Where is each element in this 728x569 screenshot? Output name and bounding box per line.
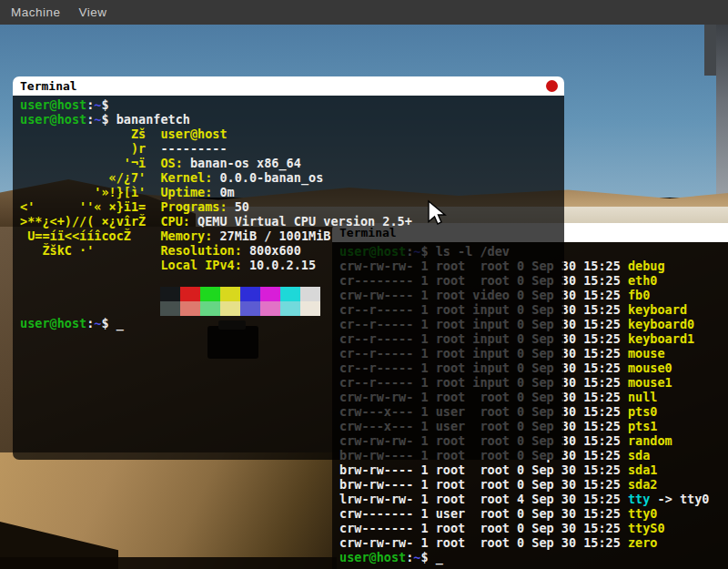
terminal-text: pts0: [628, 404, 658, 419]
terminal-line: ŽškC ·' Resolution: 800x600: [20, 243, 557, 258]
terminal-line: '»!}[ì' Uptime: 0m: [20, 185, 557, 199]
terminal-text: CPU:: [160, 214, 190, 229]
terminal-line: >**¿<+)//( ×¿vîrŽ CPU: QEMU Virtual CPU …: [20, 214, 557, 229]
terminal1-title: Terminal: [20, 79, 77, 93]
terminal-text: 0.0.0-banan_os: [212, 170, 323, 185]
terminal-text: 800x600: [242, 243, 301, 258]
terminal-text: Programs:: [160, 199, 227, 214]
terminal-text: '»!}[ì': [20, 185, 160, 199]
terminal-text: Local IPv4:: [160, 258, 241, 272]
terminal-text: keyboard1: [628, 331, 694, 346]
terminal-text: user@host: [20, 316, 86, 330]
terminal-text: OS:: [160, 156, 182, 170]
terminal-text: Uptime:: [160, 185, 212, 199]
palette-swatch: [280, 301, 300, 316]
terminal-line: U==íï<<ííîcocŽ Memory: 27MiB / 1001MiB: [20, 229, 557, 243]
menu-item-view[interactable]: View: [77, 4, 109, 21]
terminal-text: eth0: [628, 273, 658, 288]
terminal-line: Local IPv4: 10.0.2.15: [20, 258, 557, 272]
terminal-text: sda1: [628, 462, 658, 477]
close-button-icon[interactable]: [546, 80, 558, 92]
terminal-text: pts1: [628, 419, 658, 433]
terminal-text: [20, 301, 160, 316]
palette-swatch: [260, 287, 280, 301]
palette-swatch: [280, 287, 300, 301]
terminal-text: tty0: [628, 506, 658, 521]
terminal-text: mouse1: [628, 375, 672, 390]
terminal-text: )r: [20, 141, 160, 156]
terminal-text: [20, 287, 160, 301]
terminal-text: random: [628, 433, 672, 448]
terminal-text: <' ''« ×}ï1=: [20, 199, 160, 214]
terminal-text: user@host: [20, 112, 86, 127]
terminal1-titlebar[interactable]: Terminal: [13, 76, 564, 96]
mouse-cursor-icon: [427, 199, 447, 226]
terminal-text: «/¿7': [20, 170, 160, 185]
palette-swatch: [240, 287, 260, 301]
terminal-line: user@host:~$ _: [20, 316, 557, 330]
terminal1-content[interactable]: user@host:~$user@host:~$ bananfetch Zš u…: [13, 96, 564, 460]
terminal-text: Resolution:: [160, 243, 241, 258]
terminal-text: 27MiB / 1001MiB: [212, 229, 330, 243]
terminal-line: brw-rw---- 1 root root 0 Sep 30 15:25 sd…: [339, 462, 728, 477]
terminal-line: lrw-rw-rw- 1 root root 4 Sep 30 15:25 tt…: [339, 492, 728, 506]
terminal-text: banan-os x86_64: [183, 156, 301, 170]
terminal-text: U==íï<<ííîcocŽ: [20, 229, 160, 243]
terminal-text: ---------: [160, 141, 227, 156]
terminal-window-1[interactable]: Terminal user@host:~$user@host:~$ bananf…: [13, 76, 564, 460]
palette-swatch: [180, 287, 200, 301]
terminal-line: crw-rw-rw- 1 root root 0 Sep 30 15:25 ze…: [339, 535, 728, 550]
palette-swatch: [260, 301, 280, 316]
terminal-line: crw------- 1 root root 0 Sep 30 15:25 tt…: [339, 521, 728, 535]
wallpaper-edge-strip: [716, 25, 728, 196]
terminal-line: user@host:~$: [20, 97, 557, 112]
terminal-line: Zš user@host: [20, 127, 557, 141]
terminal-line: )r ---------: [20, 141, 557, 156]
terminal-text: _: [436, 550, 443, 564]
terminal-line: [20, 301, 557, 316]
terminal-text: '¬ï: [20, 156, 160, 170]
terminal-line: crw------- 1 user root 0 Sep 30 15:25 tt…: [339, 506, 728, 521]
terminal-text: >**¿<+)//( ×¿vîrŽ: [20, 214, 160, 229]
terminal-text: $: [101, 97, 108, 112]
terminal-text: 50: [228, 199, 249, 214]
terminal-text: mouse: [628, 346, 665, 361]
terminal-text: crw-rw-rw- 1 root root 0 Sep 30 15:25: [339, 535, 628, 550]
terminal-text: crw------- 1 user root 0 Sep 30 15:25: [339, 506, 628, 521]
terminal-text: sda2: [628, 477, 658, 492]
terminal-text: Zš user@host: [20, 127, 228, 141]
palette-swatch: [220, 301, 240, 316]
terminal-text: brw-rw---- 1 root root 0 Sep 30 15:25: [339, 477, 628, 492]
terminal-text: null: [628, 390, 658, 404]
terminal-line: brw-rw---- 1 root root 0 Sep 30 15:25 sd…: [339, 477, 728, 492]
terminal-line: «/¿7' Kernel: 0.0.0-banan_os: [20, 170, 557, 185]
terminal-text: sda: [628, 448, 650, 462]
menu-item-machine[interactable]: Machine: [9, 4, 63, 21]
terminal-text: -> tty0: [650, 492, 709, 506]
terminal-text: 0m: [212, 185, 234, 199]
palette-swatch: [300, 301, 320, 316]
terminal-text: user@host: [339, 550, 406, 564]
terminal-line: <' ''« ×}ï1= Programs: 50: [20, 199, 557, 214]
terminal-text: tty: [628, 492, 650, 506]
palette-swatch: [240, 301, 260, 316]
vm-menu-bar: Machine View: [0, 0, 728, 25]
terminal-text: $ _: [101, 316, 123, 330]
palette-swatch: [300, 287, 320, 301]
terminal-line: user@host:~$ _: [339, 550, 728, 564]
palette-swatch: [200, 287, 220, 301]
terminal-text: Kernel:: [160, 170, 212, 185]
terminal-text: fb0: [628, 288, 650, 302]
terminal-text: Memory:: [160, 229, 212, 243]
palette-swatch: [180, 301, 200, 316]
terminal-text: mouse0: [628, 361, 672, 375]
terminal-line: user@host:~$ bananfetch: [20, 112, 557, 127]
terminal-text: zero: [628, 535, 658, 550]
terminal-text: keyboard: [628, 302, 687, 317]
palette-swatch: [160, 287, 180, 301]
terminal-line: [20, 287, 557, 301]
palette-swatch: [160, 301, 180, 316]
terminal-text: 10.0.2.15: [242, 258, 316, 272]
terminal-line: '¬ï OS: banan-os x86_64: [20, 156, 557, 170]
terminal-text: lrw-rw-rw- 1 root root 4 Sep 30 15:25: [339, 492, 628, 506]
